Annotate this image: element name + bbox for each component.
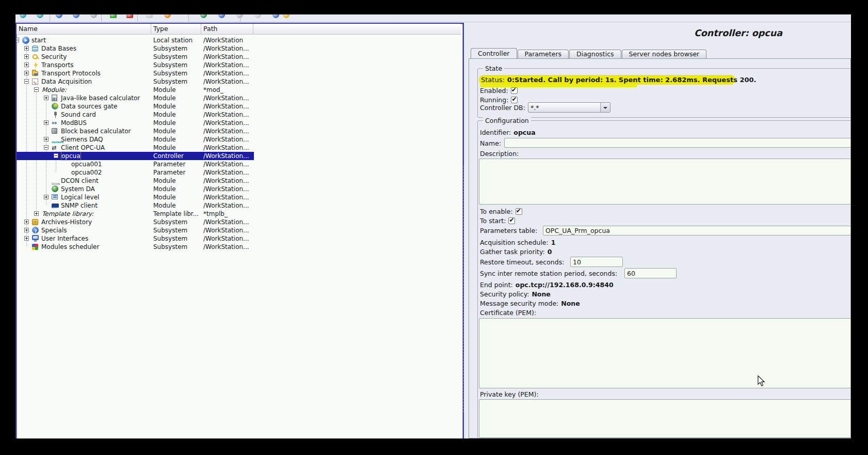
chevron-down-icon[interactable] [600, 103, 610, 112]
tab-controller[interactable]: Controller [471, 48, 517, 58]
tree-item-path: /WorkStation... [203, 152, 249, 160]
sync-period-field[interactable] [624, 268, 677, 278]
expand-icon[interactable] [44, 195, 49, 199]
tree-row-transports[interactable]: TransportsSubsystem/WorkStation... [17, 61, 461, 69]
tree-item-name: Specials [41, 226, 67, 234]
tree-row-user-interfaces[interactable]: User InterfacesSubsystem/WorkStation... [17, 234, 461, 243]
parameters-table-field[interactable] [543, 226, 851, 236]
restore-timeout-label: Restore timeout, seconds: [480, 258, 564, 266]
collapse-icon[interactable] [44, 145, 49, 150]
tab-server-nodes-browser[interactable]: Server nodes browser [622, 50, 707, 58]
restore-timeout-field[interactable] [570, 257, 623, 267]
tree-row-modbus[interactable]: ModBUSModule/WorkStation... [17, 119, 461, 127]
toolbar-button-9-icon[interactable] [164, 14, 171, 18]
tree-row-data-bases[interactable]: Data BasesSubsystem/WorkStation... [17, 44, 461, 53]
expand-icon[interactable] [24, 62, 29, 67]
tree-row-transport-protocols[interactable]: Transport ProtocolsSubsystem/WorkStation… [17, 69, 461, 77]
toolbar-button-2-icon[interactable] [37, 14, 43, 18]
gather-task-priority-label: Gather task priority: [480, 248, 545, 256]
toolbar-button-3-icon[interactable] [56, 14, 62, 18]
toolbar-button-14-icon[interactable] [254, 14, 261, 18]
tree-row-module[interactable]: Module:Module*mod_ [17, 86, 461, 94]
tree-row-start[interactable]: startLocal station/WorkStation [17, 36, 461, 44]
expand-icon[interactable] [44, 120, 49, 125]
tree-row-archives-history[interactable]: Archives-HistorySubsystem/WorkStation... [17, 218, 461, 226]
tree-row-opcua002[interactable]: opcua002Parameter/WorkStation... [17, 168, 461, 177]
tree-header-name[interactable]: Name [17, 24, 151, 34]
toolbar-separator [188, 14, 189, 22]
toolbar-button-4-icon[interactable] [73, 14, 79, 18]
tree-item-type: Module [153, 201, 176, 210]
expand-icon[interactable] [24, 54, 29, 59]
tree-row-dcon-client[interactable]: DCON clientModule/WorkStation... [17, 177, 461, 185]
controller-db-value: *.* [528, 104, 600, 112]
toolbar-button-7-icon[interactable] [126, 14, 133, 18]
tab-parameters[interactable]: Parameters [518, 50, 569, 58]
tab-diagnostics[interactable]: Diagnostics [569, 50, 621, 58]
tree-row-client-opc-ua[interactable]: Client OPC-UAModule/WorkStation... [17, 144, 461, 152]
to-start-checkbox[interactable] [508, 217, 515, 224]
tree-item-type: Subsystem [153, 53, 187, 61]
tree-row-specials[interactable]: SpecialsSubsystem/WorkStation... [17, 226, 461, 234]
navigation-tree[interactable]: Name Type Path startLocal station/WorkSt… [15, 23, 464, 440]
controller-db-select[interactable]: *.* [528, 102, 610, 113]
running-checkbox[interactable] [511, 97, 518, 103]
tree-header-type[interactable]: Type [151, 24, 201, 34]
tab-bar: ControllerParametersDiagnosticsServer no… [471, 48, 707, 58]
toolbar-button-16-icon[interactable] [283, 14, 290, 18]
expand-icon[interactable] [24, 46, 29, 51]
tree-row-security[interactable]: SecuritySubsystem/WorkStation... [17, 53, 461, 61]
expand-icon[interactable] [24, 219, 29, 224]
toolbar-separator [137, 14, 138, 22]
splitter-handle[interactable] [463, 165, 464, 413]
expand-icon[interactable] [24, 228, 29, 232]
tree-row-template-library[interactable]: Template library:Template libr...*tmplb_ [17, 210, 461, 218]
name-field[interactable] [504, 138, 851, 148]
toolbar-button-6-icon[interactable] [110, 14, 117, 18]
toolbar-button-1-icon[interactable] [20, 14, 26, 18]
collapse-icon[interactable] [15, 38, 19, 42]
tree-row-opcua[interactable]: opcuaController/WorkStation... [17, 152, 461, 160]
running-row: Running: [480, 96, 518, 104]
databases-icon [32, 45, 38, 52]
tree-item-path: /WorkStation... [203, 201, 249, 210]
collapse-icon[interactable] [54, 153, 58, 158]
tree-row-sound-card[interactable]: Sound cardModule/WorkStation... [17, 111, 461, 119]
tree-row-data-acquisition[interactable]: Data AcquisitionSubsystem/WorkStation... [17, 77, 461, 86]
tree-row-opcua001[interactable]: opcua001Parameter/WorkStation... [17, 160, 461, 168]
tree-row-data-sources-gate[interactable]: Data sources gateModule/WorkStation... [17, 102, 461, 111]
tree-row-system-da[interactable]: System DAModule/WorkStation... [17, 185, 461, 193]
tree-item-type: Local station [153, 36, 192, 44]
tree-row-siemens-daq[interactable]: Siemens DAQModule/WorkStation... [17, 135, 461, 144]
toolbar-button-8-icon[interactable] [146, 14, 153, 18]
description-field[interactable] [479, 159, 851, 205]
collapse-icon[interactable] [34, 87, 39, 92]
toolbar-button-5-icon[interactable] [90, 14, 97, 18]
state-group-label: State [483, 65, 504, 72]
tree-row-snmp-client[interactable]: SNMP clientModule/WorkStation... [17, 201, 461, 210]
toolbar-button-12-icon[interactable] [218, 14, 225, 18]
certificate-field[interactable] [479, 318, 851, 388]
collapse-icon[interactable] [24, 79, 29, 84]
expand-icon[interactable] [44, 96, 49, 100]
tree-row-logical-level[interactable]: Logical levelModule/WorkStation... [17, 193, 461, 201]
private-key-field[interactable] [479, 399, 851, 438]
expand-icon[interactable] [24, 236, 29, 241]
security-policy-row: Security policy: None [480, 290, 551, 298]
expand-icon[interactable] [34, 211, 39, 216]
expand-icon[interactable] [24, 71, 29, 75]
tree-header-path[interactable]: Path [201, 24, 253, 34]
enabled-checkbox[interactable] [511, 87, 518, 94]
to-enable-checkbox[interactable] [516, 208, 522, 215]
tree-row-block-based-calculator[interactable]: Block based calculatorModule/WorkStation… [17, 127, 461, 135]
tree-item-name: DCON client [61, 177, 99, 185]
tree-item-path: /WorkStation... [203, 61, 249, 69]
tree-row-java-like-based-calculator[interactable]: Java-like based calculatorModule/WorkSta… [17, 94, 461, 102]
expand-icon[interactable] [44, 137, 49, 142]
toolbar-button-11-icon[interactable] [200, 14, 207, 18]
tree-row-modules-scheduler[interactable]: Modules schedulerSubsystem/WorkStation..… [17, 243, 461, 251]
toolbar-button-15-icon[interactable] [272, 14, 279, 18]
ui-icon [32, 235, 39, 240]
running-label: Running: [480, 96, 508, 104]
configuration-group-label: Configuration [483, 117, 531, 124]
